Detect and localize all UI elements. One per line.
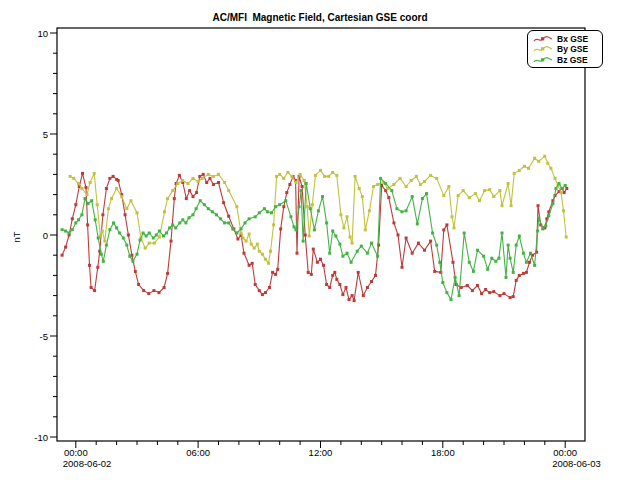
legend-item-bz: Bz GSE (528, 55, 602, 65)
x-tick-label: 06:00 (186, 447, 210, 458)
x-tick-label: 18:00 (431, 447, 455, 458)
legend-label-bx: Bx GSE (557, 34, 588, 44)
x-tick-label: 00:00 (553, 447, 577, 458)
bx-line-marker-icon (533, 34, 554, 44)
axis-ticks (50, 33, 565, 448)
legend-label-bz: Bz GSE (557, 55, 588, 65)
x-tick-label: 00:00 (64, 447, 88, 458)
x-tick-label: 12:00 (309, 447, 333, 458)
y-tick-label: 0 (43, 230, 48, 241)
y-tick-label: 10 (37, 28, 48, 39)
y-tick-label: -5 (40, 331, 48, 342)
by-line-marker-icon (533, 44, 554, 54)
x-date-label: 2008-06-02 (63, 458, 112, 469)
y-tick-label: 5 (43, 129, 48, 140)
series-bx (61, 172, 569, 302)
plot-border (57, 28, 585, 441)
legend-label-by: By GSE (557, 44, 588, 54)
legend-item-by: By GSE (528, 44, 602, 54)
bz-line-marker-icon (533, 55, 554, 65)
y-tick-label: -10 (34, 432, 48, 443)
legend-item-bx: Bx GSE (528, 34, 602, 44)
legend: Bx GSE By GSE Bz GSE (527, 30, 603, 68)
x-date-label: 2008-06-03 (552, 458, 601, 469)
plot-area: 1050-5-1000:002008-06-0206:0012:0018:000… (0, 0, 640, 480)
